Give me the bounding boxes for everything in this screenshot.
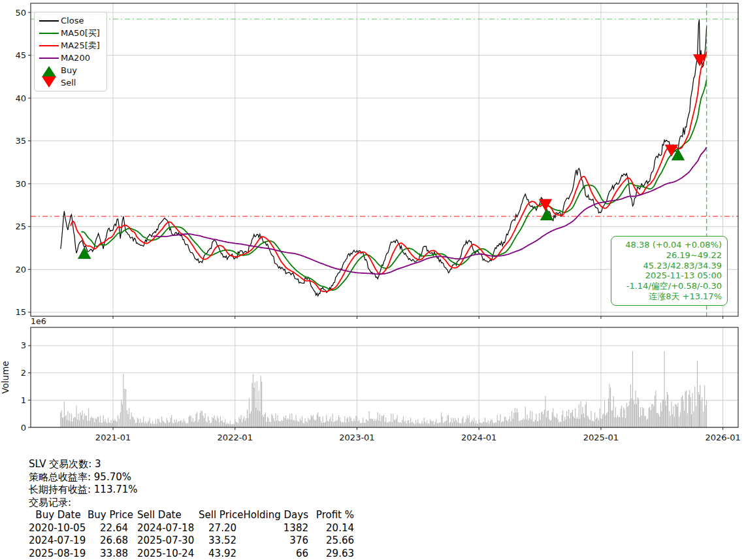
trades-col-header: Buy Date [29, 509, 88, 522]
trade-cell: 2025-08-19 [29, 548, 88, 560]
annotation-range-line: 26.19~49.22 [617, 250, 722, 261]
legend-label: Buy [61, 66, 77, 74]
annotation-bias-line: -1.14/偏空/+0.58/-0.30 [617, 281, 722, 291]
trade-cell: 2025-10-24 [128, 548, 199, 560]
buy-marker [78, 247, 91, 259]
volume-axis-label: Volume [0, 361, 10, 393]
tick-marks [28, 12, 723, 430]
trade-cell: 376 [236, 535, 308, 548]
trade-cell: 2024-07-18 [128, 522, 199, 535]
price-volume-chart: 152025303540455001232021-012022-012023-0… [0, 0, 746, 455]
tick-labels: 152025303540455001232021-012022-012023-0… [0, 8, 741, 442]
trades-col-header: Sell Date [128, 509, 199, 522]
volume-bars [60, 351, 707, 427]
x-tick-label: 2022-01 [218, 433, 253, 442]
legend-item-buy: Buy [37, 64, 103, 76]
trade-cell: 2024-07-19 [29, 535, 88, 548]
legend-item-ma200: MA200 [37, 52, 103, 64]
annotation-streak-line: 连涨8天 +13.17% [617, 291, 722, 302]
hold-return-line: 长期持有收益: 113.71% [29, 484, 354, 497]
legend-item-ma50: MA50[买] [37, 27, 103, 39]
legend-label: MA50[买] [61, 29, 100, 37]
trade-cell: 43.92 [199, 548, 236, 560]
price-y-tick-label: 15 [15, 307, 26, 317]
trade-cell: 22.64 [88, 522, 128, 535]
sell-triangle-icon [37, 78, 61, 88]
trades-table: Buy DateBuy PriceSell DateSell PriceHold… [29, 509, 354, 560]
x-tick-label: 2024-01 [461, 433, 496, 442]
trade-cell: 29.63 [308, 548, 354, 560]
volume-y-tick-label: 1 [21, 395, 26, 405]
trade-cell: 27.20 [199, 522, 236, 535]
trades-header-row: Buy DateBuy PriceSell DateSell PriceHold… [29, 509, 354, 522]
legend-label: Sell [61, 78, 76, 87]
trade-cell: 25.66 [308, 535, 354, 548]
volume-y-tick-label: 0 [21, 423, 26, 433]
axes-frames [31, 3, 738, 427]
strategy-stats: SLV 交易次数: 3 策略总收益率: 95.70% 长期持有收益: 113.7… [29, 458, 354, 560]
price-y-tick-label: 45 [15, 50, 26, 60]
volume-y-tick-label: 3 [21, 340, 26, 350]
volume-offset-label: 1e6 [31, 316, 46, 326]
trades-col-header: Buy Price [88, 509, 128, 522]
annotation-ma-line: 45.23/42.83/34.39 [617, 261, 722, 271]
volume-y-tick-label: 2 [21, 368, 26, 378]
chart-legend: Close MA50[买] MA25[卖] MA200 Buy Sell [34, 12, 107, 91]
x-tick-label: 2023-01 [339, 433, 374, 442]
price-y-tick-label: 35 [15, 136, 26, 146]
trades-col-header: Sell Price [199, 509, 236, 522]
legend-label: Close [61, 16, 84, 25]
x-tick-label: 2021-01 [95, 433, 131, 442]
price-y-tick-label: 25 [15, 222, 26, 231]
gridlines [31, 3, 738, 427]
legend-item-sell: Sell [37, 76, 103, 89]
price-y-tick-label: 20 [15, 265, 26, 274]
trade-cell: 26.68 [88, 535, 128, 548]
trade-cell: 66 [236, 548, 308, 560]
trade-cell: 2025-07-30 [128, 535, 199, 548]
legend-label: MA25[卖] [61, 41, 100, 50]
annotation-date-line: 2025-11-13 05:00 [617, 271, 722, 281]
trade-log-title: 交易记录: [29, 497, 354, 510]
trade-cell: 20.14 [308, 522, 354, 535]
legend-label: MA200 [61, 54, 90, 62]
trade-row: 2020-10-0522.642024-07-1827.20138220.14 [29, 522, 354, 535]
price-y-tick-label: 30 [15, 179, 26, 189]
x-tick-label: 2026-01 [705, 433, 740, 442]
trade-cell: 33.88 [88, 548, 128, 560]
legend-item-ma25: MA25[卖] [37, 39, 103, 52]
close-line-swatch [37, 20, 61, 22]
buy-triangle-icon [37, 64, 61, 77]
trade-cell: 2020-10-05 [29, 522, 88, 535]
close-line [61, 20, 707, 296]
stock-chart-figure: 152025303540455001232021-012022-012023-0… [0, 0, 746, 560]
buy-marker [540, 208, 553, 220]
legend-item-close: Close [37, 14, 103, 27]
ma50-line-swatch [37, 33, 61, 34]
strategy-return-line: 策略总收益率: 95.70% [29, 471, 354, 484]
trade-cell: 33.52 [199, 535, 236, 548]
sell-marker [539, 199, 552, 211]
annotation-price-line: 48.38 (+0.04 +0.08%) [617, 240, 722, 250]
ma25-line-swatch [37, 45, 61, 46]
x-tick-label: 2025-01 [583, 433, 619, 442]
price-annotation-box: 48.38 (+0.04 +0.08%) 26.19~49.22 45.23/4… [611, 236, 728, 306]
trade-row: 2024-07-1926.682025-07-3033.5237625.66 [29, 535, 354, 548]
price-y-tick-label: 50 [15, 8, 26, 18]
ma200-line-swatch [37, 58, 61, 59]
price-y-tick-label: 40 [15, 93, 26, 103]
trades-col-header: Holding Days [236, 509, 308, 522]
trades-col-header: Profit % [308, 509, 354, 522]
trade-cell: 1382 [236, 522, 308, 535]
trade-count-line: SLV 交易次数: 3 [29, 458, 354, 471]
trade-row: 2025-08-1933.882025-10-2443.926629.63 [29, 548, 354, 560]
